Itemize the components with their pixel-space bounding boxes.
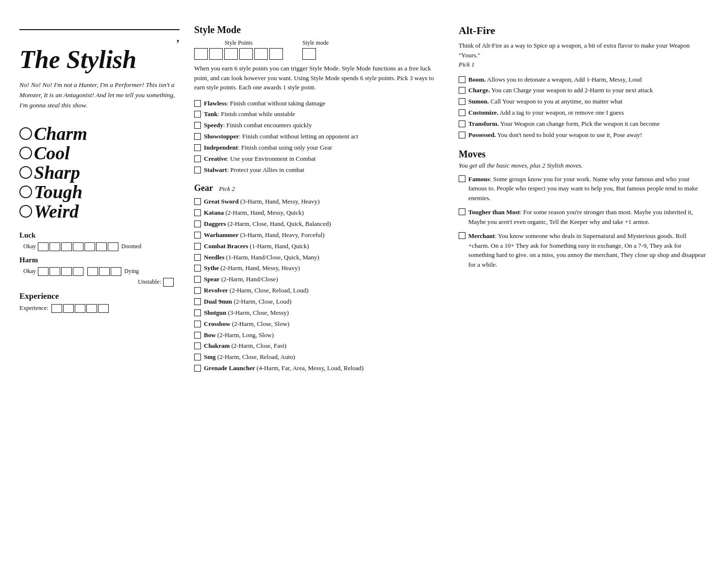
style-way-showstopper-detail: : Finish combat without letting an oppon… [239, 133, 358, 140]
check-move-merchant[interactable] [459, 232, 465, 239]
altfire-pick: Pick 1 [459, 61, 475, 68]
right-column: Alt-Fire Think of Alt-Fire as a way to S… [459, 15, 709, 382]
exp-box-3[interactable] [75, 304, 85, 313]
moves-title: Moves [459, 149, 709, 160]
check-grenade-launcher[interactable] [194, 365, 201, 372]
style-pt-box-3[interactable] [224, 48, 238, 60]
move-merchant-detail: : You know someone who deals in Supernat… [468, 232, 706, 268]
check-warhammer[interactable] [194, 232, 201, 239]
check-crossbow[interactable] [194, 321, 201, 327]
altfire-list: Boom. Allows you to detonate a weapon, A… [459, 75, 709, 140]
style-pt-box-1[interactable] [194, 48, 208, 60]
style-way-tank: Tank: Finish combat while unstable [194, 110, 444, 119]
style-pt-box-2[interactable] [209, 48, 223, 60]
check-creative[interactable] [194, 155, 201, 162]
stat-circle-charm[interactable] [19, 127, 32, 140]
harm-box-3[interactable] [61, 267, 72, 276]
exp-box-4[interactable] [86, 304, 97, 313]
style-points-label: Style Points [194, 39, 283, 47]
moves-subtitle: You get all the basic moves, plus 2 Styl… [459, 162, 709, 170]
luck-title: Luck [19, 231, 180, 239]
style-pt-box-5[interactable] [254, 48, 268, 60]
check-boom[interactable] [459, 76, 465, 83]
unstable-row: Unstable: [19, 278, 180, 287]
check-move-famous[interactable] [459, 175, 465, 182]
check-revolver[interactable] [194, 287, 201, 294]
luck-box-2[interactable] [50, 242, 60, 251]
gear-sythe-detail: (2-Harm, Hand, Messy, Heavy) [219, 264, 300, 272]
check-spear[interactable] [194, 276, 201, 283]
check-flawless[interactable] [194, 100, 201, 107]
check-charge[interactable] [459, 87, 465, 94]
check-smg[interactable] [194, 354, 201, 360]
check-daggers[interactable] [194, 221, 201, 227]
gear-revolver-detail: (2-Harm, Close, Reload, Loud) [228, 287, 309, 294]
harm-box-4[interactable] [73, 267, 83, 276]
altfire-charge-name: Charge. [468, 86, 490, 94]
check-transform[interactable] [459, 120, 465, 127]
exp-box-5[interactable] [98, 304, 109, 313]
altfire-sumon: Sumon. Call Your weapon to you at anytim… [459, 97, 709, 106]
harm-box-7[interactable] [111, 267, 121, 276]
luck-box-3[interactable] [61, 242, 72, 251]
style-mode-label: Style mode [302, 39, 329, 47]
check-shotgun[interactable] [194, 309, 201, 316]
stat-circle-sharp[interactable] [19, 166, 32, 179]
gear-warhammer-detail: (3-Harm, Hand, Heavy, Forceful) [238, 231, 324, 239]
harm-box-1[interactable] [38, 267, 49, 276]
check-great-sword[interactable] [194, 198, 201, 205]
check-move-tougher[interactable] [459, 208, 465, 215]
gear-crossbow-detail: (2-Harm, Close, Slow) [231, 320, 290, 327]
check-customize[interactable] [459, 109, 465, 116]
check-needles[interactable] [194, 254, 201, 261]
gear-needles-detail: (1-Harm, Hand/Close, Quick, Many) [225, 254, 319, 261]
gear-needles: Needles (1-Harm, Hand/Close, Quick, Many… [194, 253, 444, 262]
gear-katana-detail: (2-Harm, Hand, Messy, Quick) [224, 209, 304, 216]
move-merchant: Merchant: You know someone who deals in … [459, 231, 709, 269]
check-combat-bracers[interactable] [194, 243, 201, 250]
check-sumon[interactable] [459, 98, 465, 105]
luck-box-6[interactable] [96, 242, 107, 251]
stat-circle-tough[interactable] [19, 186, 32, 198]
style-way-speedy: Speedy: Finish combat encounters quickly [194, 121, 444, 130]
left-column: , The Stylish No! No! No! I'm not a Hunt… [19, 15, 180, 382]
gear-combat-bracers-name: Combat Bracers [204, 242, 248, 250]
check-bow[interactable] [194, 332, 201, 339]
check-possessed[interactable] [459, 132, 465, 138]
style-way-speedy-detail: : Finish combat encounters quickly [223, 121, 312, 129]
check-independent[interactable] [194, 144, 201, 151]
harm-box-6[interactable] [99, 267, 110, 276]
stat-circle-weird[interactable] [19, 205, 32, 218]
exp-box-2[interactable] [63, 304, 74, 313]
harm-box-5[interactable] [87, 267, 98, 276]
altfire-customize-name: Customize. [468, 109, 498, 116]
luck-box-4[interactable] [73, 242, 83, 251]
luck-track: Okay Doomed [19, 242, 180, 251]
check-katana[interactable] [194, 209, 201, 216]
check-chakram[interactable] [194, 342, 201, 349]
gear-grenade-launcher: Grenade Launcher (4-Harm, Far, Area, Mes… [194, 364, 444, 373]
check-dual-9mm[interactable] [194, 298, 201, 305]
luck-box-7[interactable] [108, 242, 118, 251]
unstable-box[interactable] [163, 278, 174, 287]
harm-box-2[interactable] [50, 267, 60, 276]
stat-label-charm: Charm [34, 124, 87, 143]
luck-box-5[interactable] [84, 242, 95, 251]
luck-box-1[interactable] [38, 242, 49, 251]
altfire-customize: Customize. Add a tag to your weapon, or … [459, 108, 709, 118]
stat-circle-cool[interactable] [19, 147, 32, 159]
luck-okay-label: Okay [19, 243, 36, 250]
exp-box-1[interactable] [51, 304, 62, 313]
check-sythe[interactable] [194, 265, 201, 272]
gear-shotgun: Shotgun (3-Harm, Close, Messy) [194, 308, 444, 318]
style-mode-box-1[interactable] [302, 48, 316, 60]
style-way-independent-text: Independent: Finish combat using only yo… [204, 143, 332, 153]
check-tank[interactable] [194, 111, 201, 118]
check-stalwart[interactable] [194, 167, 201, 173]
check-showstopper[interactable] [194, 133, 201, 140]
check-speedy[interactable] [194, 122, 201, 129]
style-way-speedy-bold: Speedy [204, 121, 223, 129]
style-pt-box-6[interactable] [269, 48, 283, 60]
style-mode-title: Style Mode [194, 24, 444, 35]
style-pt-box-4[interactable] [239, 48, 253, 60]
